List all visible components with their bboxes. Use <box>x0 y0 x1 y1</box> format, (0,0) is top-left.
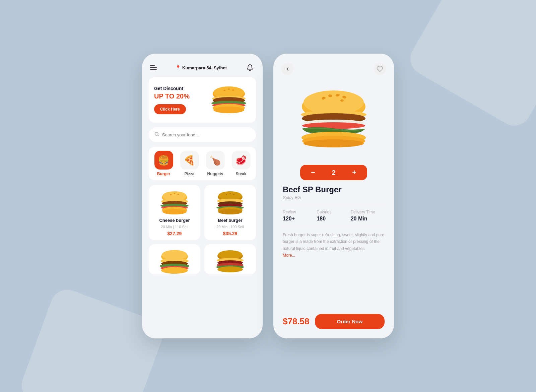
increment-button[interactable]: + <box>341 165 367 180</box>
burger-category-icon: 🍔 <box>154 151 173 170</box>
category-burger[interactable]: 🍔 Burger <box>152 151 175 176</box>
phone-detail: − 2 + Beef SP Burger Spicy BG Review 120… <box>273 54 394 338</box>
bacon-burger-image <box>212 248 249 274</box>
svg-point-64 <box>304 139 364 147</box>
notification-icon[interactable] <box>245 63 255 72</box>
beef-burger-image <box>212 189 249 216</box>
stats-row: Review 120+ Calories 180 Delivery Time 2… <box>280 205 387 227</box>
header-bar: 📍 Kumarpara 54, Sylhet <box>149 63 256 72</box>
svg-point-49 <box>217 266 243 272</box>
cheese-burger-image <box>156 189 193 216</box>
svg-point-28 <box>229 193 231 194</box>
svg-point-12 <box>155 132 158 135</box>
click-here-button[interactable]: Click Here <box>154 104 186 114</box>
steak-category-label: Steak <box>236 172 246 176</box>
review-value: 120+ <box>283 216 295 222</box>
beef-burger-name: Beef burger <box>218 218 243 223</box>
calories-value: 180 <box>317 216 326 222</box>
phone-home: 📍 Kumarpara 54, Sylhet Get Discount UP T… <box>142 54 263 338</box>
banner-text: Get Discount UP TO 20% Click Here <box>154 86 190 114</box>
burger-category-label: Burger <box>157 172 170 176</box>
big-burger-image <box>156 248 193 274</box>
discount-banner: Get Discount UP TO 20% Click Here <box>149 77 256 123</box>
phones-container: 📍 Kumarpara 54, Sylhet Get Discount UP T… <box>142 54 394 338</box>
svg-point-24 <box>162 209 187 214</box>
description-text: Fresh burger is super refreshing, sweet,… <box>283 233 384 251</box>
svg-point-42 <box>161 267 188 274</box>
stat-delivery: Delivery Time 20 Min <box>351 210 385 222</box>
quantity-control: − 2 + <box>300 165 367 180</box>
price-value: $78.58 <box>283 316 310 326</box>
svg-point-35 <box>218 209 242 214</box>
delivery-value: 20 Min <box>351 216 367 222</box>
food-card-beef-burger[interactable]: Beef burger 20 Min | 100 Sell $35.29 <box>204 185 256 240</box>
hero-burger-image <box>280 80 387 160</box>
pizza-category-label: Pizza <box>184 172 194 176</box>
svg-point-17 <box>174 193 176 194</box>
detail-header <box>280 63 387 75</box>
nuggets-category-icon: 🍗 <box>206 151 225 170</box>
beef-burger-price: $35.29 <box>223 231 238 236</box>
category-steak[interactable]: 🥩 Steak <box>229 151 253 176</box>
category-nuggets[interactable]: 🍗 Nuggets <box>204 151 227 176</box>
food-card-big-burger[interactable] <box>149 244 200 274</box>
product-description: Fresh burger is super refreshing, sweet,… <box>283 232 385 259</box>
nuggets-category-label: Nuggets <box>207 172 223 176</box>
pizza-category-icon: 🍕 <box>180 151 199 170</box>
calories-label: Calories <box>317 210 331 214</box>
stat-calories: Calories 180 <box>317 210 350 222</box>
cheese-burger-price: $27.29 <box>168 231 182 236</box>
svg-line-13 <box>158 135 159 136</box>
banner-burger-image <box>207 83 251 117</box>
product-description-section: Fresh burger is super refreshing, sweet,… <box>280 232 387 259</box>
search-box <box>149 127 256 142</box>
cheese-burger-name: Cheese burger <box>159 218 190 223</box>
delivery-label: Delivery Time <box>351 210 375 214</box>
menu-icon[interactable] <box>150 65 157 70</box>
total-price: $78.58 <box>283 316 310 327</box>
location-label: 📍 Kumarpara 54, Sylhet <box>175 65 227 70</box>
product-name: Beef SP Burger <box>283 185 385 194</box>
food-card-cheese-burger[interactable]: Cheese burger 20 Min | 110 Sell $27.29 <box>149 185 200 240</box>
beef-burger-meta: 20 Min | 100 Sell <box>216 225 244 229</box>
cheese-burger-meta: 20 Min | 110 Sell <box>161 225 188 229</box>
stat-review: Review 120+ <box>283 210 317 222</box>
product-info: Beef SP Burger Spicy BG <box>280 185 387 200</box>
more-link[interactable]: More... <box>283 253 295 258</box>
food-grid: Cheese burger 20 Min | 110 Sell $27.29 <box>149 185 256 274</box>
bottom-bar: $78.58 Order Now <box>280 314 387 332</box>
category-pizza[interactable]: 🍕 Pizza <box>178 151 201 176</box>
quantity-display: 2 <box>326 165 341 180</box>
decrement-button[interactable]: − <box>300 165 326 180</box>
search-input[interactable] <box>162 132 251 137</box>
svg-point-29 <box>233 194 234 195</box>
review-label: Review <box>283 210 296 214</box>
svg-point-11 <box>213 107 244 113</box>
favorite-button[interactable] <box>374 63 386 75</box>
order-now-button[interactable]: Order Now <box>315 314 385 329</box>
pin-icon: 📍 <box>175 65 181 70</box>
steak-category-icon: 🥩 <box>232 151 251 170</box>
banner-line1: Get Discount <box>154 86 190 91</box>
back-button[interactable] <box>281 63 293 75</box>
food-card-bacon-burger[interactable] <box>204 244 256 274</box>
search-icon <box>154 131 159 138</box>
product-subtitle: Spicy BG <box>283 195 385 200</box>
svg-point-44 <box>218 250 242 259</box>
categories-section: 🍔 Burger 🍕 Pizza 🍗 Nuggets 🥩 Steak <box>149 147 256 180</box>
banner-discount: UP TO 20% <box>154 92 190 100</box>
